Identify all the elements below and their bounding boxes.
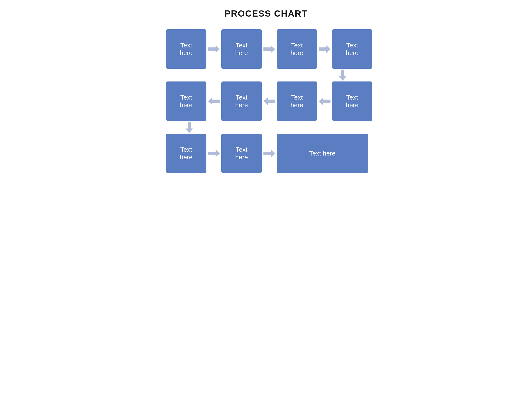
box-6-label: Text here — [235, 93, 248, 109]
arrow-left-1-svg — [208, 97, 220, 105]
arrow-right-2-svg — [264, 45, 275, 53]
svg-marker-1 — [264, 45, 275, 53]
svg-marker-7 — [186, 122, 193, 133]
svg-marker-3 — [339, 70, 346, 81]
svg-marker-0 — [208, 45, 220, 53]
down-arrow-col4-container — [160, 70, 372, 81]
svg-marker-5 — [264, 97, 275, 105]
arrow-right-5-svg — [264, 149, 275, 157]
box-6[interactable]: Text here — [221, 82, 262, 121]
box-1[interactable]: Text here — [166, 29, 206, 69]
arrow-right-5 — [262, 149, 277, 158]
box-2-label: Text here — [235, 41, 248, 57]
arrow-left-2-svg — [264, 97, 275, 105]
box-8-label: Text here — [346, 93, 359, 109]
box-11-label: Text here — [309, 149, 335, 157]
box-5[interactable]: Text here — [166, 82, 206, 121]
svg-marker-6 — [319, 97, 331, 105]
box-3-label: Text here — [290, 41, 303, 57]
row-2: Text here Text here Text here — [160, 82, 372, 121]
chart-area: Text here Text here Text here — [160, 29, 372, 173]
arrow-right-4-svg — [208, 149, 220, 157]
arrow-right-3-svg — [319, 45, 331, 53]
box-10-label: Text here — [235, 146, 248, 161]
svg-marker-2 — [319, 45, 331, 53]
down-arrow-2-svg — [186, 122, 193, 133]
box-7-label: Text here — [290, 93, 303, 109]
box-10[interactable]: Text here — [221, 134, 262, 173]
box-5-label: Text here — [180, 93, 193, 109]
page-title: PROCESS CHART — [160, 9, 372, 19]
box-8[interactable]: Text here — [332, 82, 372, 121]
arrow-right-3 — [317, 45, 332, 53]
page-container: PROCESS CHART Text here Text here — [160, 9, 372, 173]
arrow-right-4 — [206, 149, 221, 158]
box-9[interactable]: Text here — [166, 134, 206, 173]
arrow-right-1 — [206, 45, 221, 53]
box-11[interactable]: Text here — [277, 134, 368, 173]
svg-marker-9 — [264, 149, 275, 157]
row-1: Text here Text here Text here — [160, 29, 372, 69]
arrow-left-1 — [206, 97, 221, 105]
box-4[interactable]: Text here — [332, 29, 372, 69]
down-arrow-col1-container — [160, 122, 372, 133]
arrow-left-2 — [262, 97, 277, 105]
svg-marker-8 — [208, 149, 220, 157]
box-1-label: Text here — [180, 41, 193, 57]
arrow-left-3-svg — [319, 97, 331, 105]
row-3: Text here Text here Text here — [160, 134, 372, 173]
box-9-label: Text here — [180, 146, 193, 161]
box-7[interactable]: Text here — [277, 82, 317, 121]
arrow-right-1-svg — [208, 45, 220, 53]
svg-marker-4 — [208, 97, 220, 105]
box-3[interactable]: Text here — [277, 29, 317, 69]
box-4-label: Text here — [346, 41, 359, 57]
box-2[interactable]: Text here — [221, 29, 262, 69]
arrow-left-3 — [317, 97, 332, 105]
arrow-right-2 — [262, 45, 277, 53]
down-arrow-1-svg — [339, 70, 346, 81]
